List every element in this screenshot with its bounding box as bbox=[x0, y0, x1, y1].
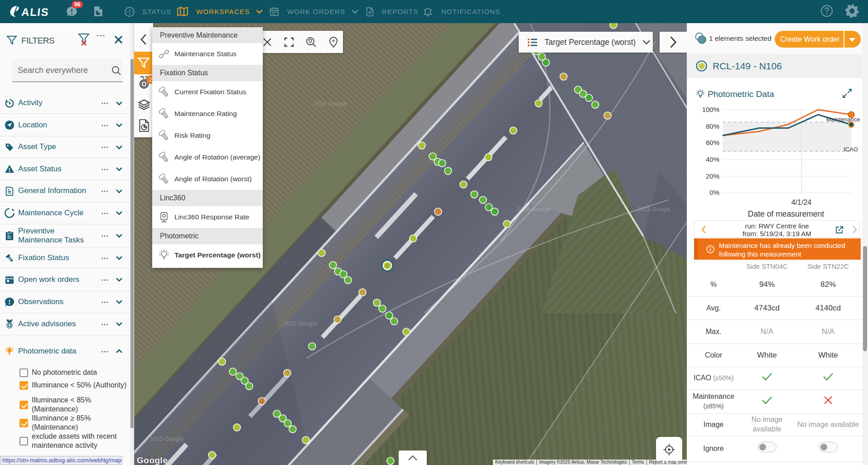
svg-text:100%: 100% bbox=[702, 106, 719, 113]
svg-text:0%: 0% bbox=[709, 189, 719, 196]
svg-text:20%: 20% bbox=[706, 172, 719, 180]
svg-text:40%: 40% bbox=[706, 155, 719, 163]
svg-text:4/1/24: 4/1/24 bbox=[791, 199, 812, 206]
svg-text:Maintenance: Maintenance bbox=[826, 116, 860, 123]
svg-text:80%: 80% bbox=[706, 122, 719, 130]
svg-text:Google: Google bbox=[137, 455, 168, 465]
svg-text:60%: 60% bbox=[706, 139, 719, 146]
svg-text:ICAO: ICAO bbox=[844, 146, 858, 153]
svg-text:Date of measurement: Date of measurement bbox=[748, 209, 824, 218]
svg-text:ALIS: ALIS bbox=[21, 6, 49, 18]
